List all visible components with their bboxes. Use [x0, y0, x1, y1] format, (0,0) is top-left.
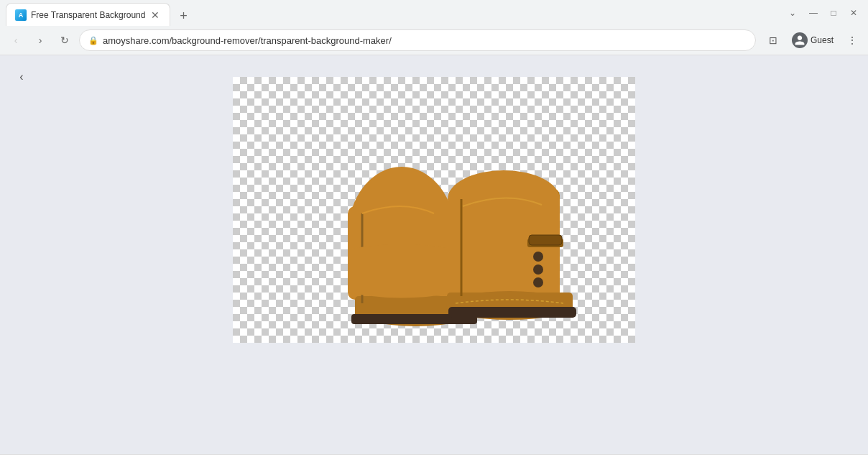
url-text: amoyshare.com/background-remover/transpa… — [103, 35, 747, 46]
new-tab-button[interactable]: + — [173, 6, 193, 26]
window-controls: ⌄ — □ ✕ — [789, 4, 862, 22]
lock-icon: 🔒 — [88, 36, 98, 45]
profile-avatar — [792, 32, 808, 48]
forward-button[interactable]: › — [30, 30, 50, 50]
boots-image — [233, 77, 635, 343]
svg-rect-12 — [529, 235, 562, 245]
window-collapse-button[interactable]: ⌄ — [789, 8, 796, 18]
back-page-button[interactable]: ‹ — [11, 67, 32, 87]
page-content: ‹ — [0, 55, 868, 454]
image-preview — [233, 77, 635, 343]
svg-rect-15 — [448, 307, 576, 318]
back-button[interactable]: ‹ — [6, 30, 26, 50]
minimize-button[interactable]: — — [805, 4, 822, 22]
maximize-button[interactable]: □ — [825, 4, 842, 22]
active-tab[interactable]: A Free Transparent Background ✕ — [6, 3, 170, 26]
profile-button[interactable]: Guest — [786, 31, 839, 50]
tab-title: Free Transparent Background — [31, 10, 145, 20]
svg-point-10 — [533, 264, 543, 275]
tab-favicon: A — [15, 9, 27, 21]
svg-point-11 — [533, 277, 543, 287]
menu-button[interactable]: ⋮ — [842, 30, 862, 50]
close-button[interactable]: ✕ — [845, 4, 862, 22]
svg-point-9 — [533, 252, 543, 262]
sidebar-button[interactable]: ⊡ — [763, 30, 783, 50]
refresh-button[interactable]: ↻ — [55, 30, 75, 50]
address-bar[interactable]: 🔒 amoyshare.com/background-remover/trans… — [79, 29, 756, 51]
action-area: Download 💎 Download HD Image — [0, 454, 868, 465]
transparent-background — [233, 77, 635, 343]
tab-close-button[interactable]: ✕ — [149, 9, 161, 21]
profile-label: Guest — [811, 35, 834, 45]
